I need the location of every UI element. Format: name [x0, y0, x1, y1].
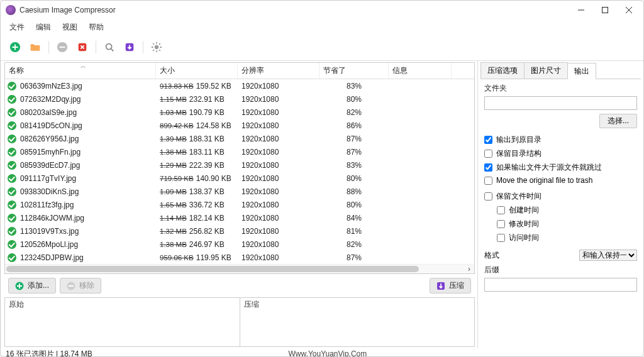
cell-saved: 87%	[319, 253, 389, 262]
check-icon	[8, 82, 16, 91]
table-row[interactable]: 085915myhFn.jpg1.38 MB183.11 KB1920x1080…	[5, 145, 474, 158]
cell-name: 081419D5cON.jpg	[20, 121, 82, 130]
format-label: 格式	[484, 250, 499, 261]
table-row[interactable]: 113019V9Txs.jpg1.32 MB256.82 KB1920x1080…	[5, 224, 474, 238]
tab-compress[interactable]: 压缩选项	[480, 62, 525, 79]
clear-button[interactable]	[74, 39, 91, 55]
add-button[interactable]: 添加...	[8, 278, 56, 294]
table-row[interactable]: 091117gTvIY.jpg719.59 KB140.90 KB1920x10…	[5, 172, 474, 185]
close-button[interactable]	[617, 1, 641, 19]
check-icon	[8, 148, 16, 157]
cb-keep-structure[interactable]: 保留目录结构	[484, 148, 637, 159]
export-button[interactable]	[121, 39, 138, 55]
cell-new-size: 159.52 KB	[196, 82, 231, 91]
table-row[interactable]: 093830DiKnS.jpg1.09 MB138.37 KB1920x1080…	[5, 185, 474, 198]
cell-saved: 83%	[319, 82, 389, 91]
cell-new-size: 246.97 KB	[189, 240, 225, 249]
cell-new-size: 119.95 KB	[196, 253, 231, 262]
cell-resolution: 1920x1080	[238, 148, 319, 157]
table-row[interactable]: 081419D5cON.jpg899.42 KB124.58 KB1920x10…	[5, 119, 474, 132]
menu-view[interactable]: 视图	[57, 21, 82, 34]
choose-folder-button[interactable]: 选择...	[599, 114, 637, 128]
table-row[interactable]: 102811fz3fg.jpg1.65 MB336.72 KB1920x1080…	[5, 198, 474, 211]
table-row[interactable]: 123245DJPBW.jpg959.06 KB119.95 KB1920x10…	[5, 251, 474, 264]
minus-icon	[67, 282, 75, 290]
cb-keep-time[interactable]: 保留文件时间	[484, 191, 637, 202]
table-header: ︿ 名称 大小 分辨率 节省了 信息	[5, 63, 474, 79]
remove-button[interactable]	[54, 39, 70, 55]
settings-button[interactable]	[148, 39, 165, 55]
horizontal-scrollbar[interactable]: ›	[5, 264, 474, 273]
tab-output[interactable]: 输出	[567, 63, 596, 79]
table-row[interactable]: 072632M2Dqy.jpg1.15 MB232.91 KB1920x1080…	[5, 92, 474, 106]
cell-new-size: 188.31 KB	[189, 135, 225, 143]
cell-new-size: 336.72 KB	[189, 200, 225, 209]
cell-orig-size: 1.14 MB	[160, 214, 187, 222]
check-icon	[8, 95, 16, 104]
check-icon	[8, 121, 16, 130]
cell-name: 085939dEcD7.jpg	[20, 161, 80, 170]
cell-orig-size: 913.83 KB	[160, 82, 194, 90]
cell-resolution: 1920x1080	[238, 82, 319, 91]
cell-saved: 80%	[319, 200, 389, 209]
remove-list-button[interactable]: 移除	[60, 278, 101, 294]
cell-name: 102811fz3fg.jpg	[20, 200, 74, 209]
cb-same-folder[interactable]: 输出到原目录	[484, 135, 637, 145]
maximize-button[interactable]	[593, 1, 617, 19]
tab-size[interactable]: 图片尺寸	[524, 62, 568, 79]
cb-mtime[interactable]: 修改时间	[497, 219, 637, 229]
table-body[interactable]: 063639mNzE3.jpg913.83 KB159.52 KB1920x10…	[5, 79, 474, 264]
add-file-button[interactable]	[7, 39, 23, 55]
cell-name: 123245DJPBW.jpg	[20, 253, 84, 262]
cb-atime[interactable]: 访问时间	[497, 233, 637, 243]
folder-input[interactable]	[484, 96, 637, 110]
cell-name: 063639mNzE3.jpg	[20, 82, 82, 91]
minimize-button[interactable]	[569, 1, 593, 19]
suffix-label: 后缀	[484, 265, 637, 275]
cell-name: 091117gTvIY.jpg	[20, 174, 76, 183]
col-info[interactable]: 信息	[389, 63, 452, 79]
side-panel: 压缩选项 图片尺寸 输出 文件夹 选择... 输出到原目录 保留目录结构 如果输…	[477, 61, 643, 348]
menu-help[interactable]: 帮助	[84, 21, 109, 34]
preview-panels: 原始 压缩	[4, 297, 475, 347]
side-tabs: 压缩选项 图片尺寸 输出	[480, 62, 641, 79]
window-title: Caesium Image Compressor	[19, 6, 569, 14]
menu-file[interactable]: 文件	[4, 21, 30, 34]
svg-point-5	[106, 44, 112, 50]
table-row[interactable]: 063639mNzE3.jpg913.83 KB159.52 KB1920x10…	[5, 79, 474, 92]
check-icon	[8, 214, 16, 222]
col-saved[interactable]: 节省了	[319, 63, 389, 79]
statusbar: 16 张已选图片 | 18.74 MB Www.YouYuanVip.Com	[1, 348, 643, 357]
table-row[interactable]: 085939dEcD7.jpg1.29 MB222.39 KB1920x1080…	[5, 158, 474, 172]
add-label: 添加...	[28, 280, 49, 291]
table-row[interactable]: 120526MpoLl.jpg1.38 MB246.97 KB1920x1080…	[5, 238, 474, 251]
table-row[interactable]: 080203alS9e.jpg1.03 MB190.79 KB1920x1080…	[5, 106, 474, 119]
table-row[interactable]: 112846kJOWM.jpg1.14 MB182.14 KB1920x1080…	[5, 211, 474, 224]
cell-name: 072632M2Dqy.jpg	[20, 95, 81, 104]
cell-resolution: 1920x1080	[238, 95, 319, 104]
status-left: 16 张已选图片 | 18.74 MB	[6, 349, 92, 358]
cell-new-size: 222.39 KB	[189, 161, 225, 170]
cb-move-trash[interactable]: Move the original file to trash	[484, 176, 637, 185]
cell-saved: 83%	[319, 161, 389, 170]
compress-label: 压缩	[449, 280, 464, 291]
cb-ctime[interactable]: 创建时间	[497, 205, 637, 216]
cell-orig-size: 1.29 MB	[160, 162, 187, 169]
cb-skip-larger[interactable]: 如果输出文件大于源文件就跳过	[484, 162, 637, 173]
cell-saved: 86%	[319, 121, 389, 130]
open-folder-button[interactable]	[27, 39, 43, 55]
suffix-input[interactable]	[484, 278, 637, 292]
compress-button[interactable]: 压缩	[430, 278, 471, 294]
col-resolution[interactable]: 分辨率	[238, 63, 319, 79]
search-button[interactable]	[101, 39, 118, 55]
check-icon	[8, 174, 16, 183]
cell-orig-size: 1.15 MB	[160, 96, 187, 103]
cell-new-size: 190.79 KB	[189, 108, 225, 117]
svg-point-7	[155, 45, 158, 49]
cell-orig-size: 1.65 MB	[160, 201, 187, 209]
table-row[interactable]: 082626Y956J.jpg1.39 MB188.31 KB1920x1080…	[5, 132, 474, 145]
menu-edit[interactable]: 编辑	[31, 21, 56, 34]
cell-name: 113019V9Txs.jpg	[20, 227, 79, 236]
format-select[interactable]: 和输入保持一致	[579, 250, 637, 261]
col-size[interactable]: 大小	[156, 63, 238, 79]
